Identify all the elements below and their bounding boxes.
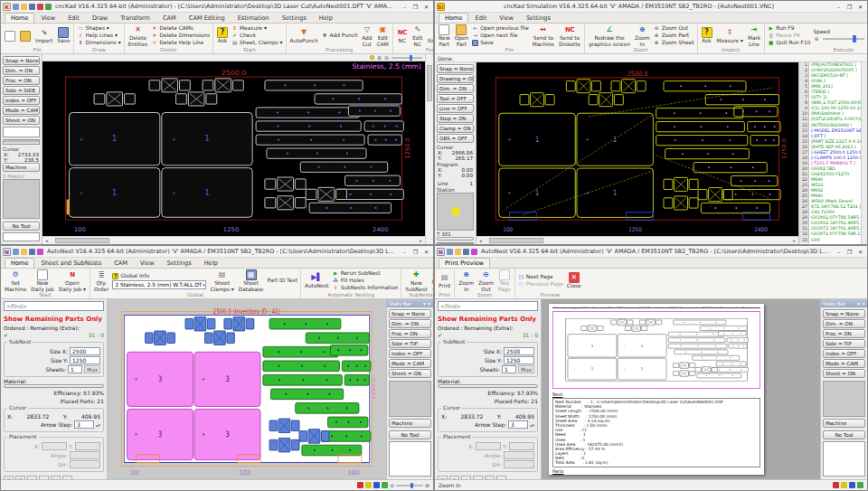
material-button[interactable]: 2. Stainless, 2.5 (mm) bbox=[438, 384, 538, 388]
status-toggle[interactable]: Line = OFF bbox=[437, 104, 474, 113]
measure-button[interactable]: ↕Measure ▾ bbox=[716, 27, 744, 43]
zoom-sheet-button[interactable]: ⊕Zoom Sheet bbox=[654, 40, 694, 46]
open-button[interactable] bbox=[19, 31, 32, 42]
status-toggle[interactable]: Index = OFF bbox=[823, 349, 865, 358]
zoom-in-button[interactable]: ⊕Zoom In bbox=[634, 24, 651, 46]
titlebar-autonest-preview[interactable]: N AutoNest V16.4.325 64-bit (Administrat… bbox=[435, 246, 867, 258]
zoom-part-button[interactable]: ⊕Zoom Part bbox=[654, 33, 694, 39]
mark-line-button[interactable]: ⇥Mark Line bbox=[747, 24, 761, 46]
vertical-scrollbar[interactable] bbox=[425, 54, 433, 244]
qty-order-button[interactable]: ≣Qty. Order bbox=[93, 269, 109, 291]
status-toggle[interactable]: Index = OFF bbox=[3, 96, 40, 105]
subnests-information-button[interactable]: iSubNests Information bbox=[333, 285, 399, 291]
status-toggle[interactable]: Dim. = ON bbox=[3, 66, 40, 75]
status-toggle[interactable]: Proc = ON bbox=[3, 76, 40, 85]
save-button[interactable]: Save bbox=[56, 27, 71, 43]
simulation-button[interactable]: S!Simulation bbox=[427, 27, 433, 43]
maximize-button[interactable]: ❐ bbox=[844, 2, 854, 11]
remaining-parts-warning[interactable]: Show Remaining Parts Only bbox=[438, 316, 538, 323]
arrow-step-field[interactable]: 3 bbox=[508, 420, 528, 429]
zoom-slider[interactable] bbox=[396, 485, 423, 486]
close-preview-button[interactable]: ✕Close bbox=[566, 272, 582, 288]
status-toggle[interactable]: Proc = ON bbox=[389, 329, 431, 338]
sheet-clamps-button[interactable]: ▤Sheet Clamps ▾ bbox=[209, 269, 234, 291]
nc-quick-icon[interactable] bbox=[37, 4, 43, 10]
status-toggle[interactable]: Side = TIP bbox=[823, 339, 865, 348]
ribbon-tab[interactable]: Estimation bbox=[231, 13, 276, 23]
arrow-step-spinner[interactable]: ▴▾ bbox=[96, 422, 100, 428]
close-button[interactable]: ✕ bbox=[421, 2, 431, 11]
new-icon[interactable] bbox=[447, 249, 453, 255]
dimensions-button[interactable]: ↕Dimensions ▾ bbox=[77, 40, 120, 46]
remaining-parts-warning[interactable]: Show Remaining Parts Only bbox=[4, 316, 104, 323]
tool-name[interactable]: F MARK01 T bbox=[437, 237, 474, 241]
sheet-database-button[interactable]: ▦Sheet Database bbox=[238, 269, 265, 291]
nest-canvas[interactable]: 1+1+1+1+2500.01250.0Stainless, 2.5 (mm)1… bbox=[42, 61, 425, 236]
zoom-out-icon[interactable]: ⊖ bbox=[384, 54, 389, 61]
status-toggle[interactable]: Sheet = ON bbox=[389, 369, 431, 378]
delete-help-line-button[interactable]: ✕Delete Help Line bbox=[151, 40, 210, 46]
status-toggle[interactable]: Drawing = OFF bbox=[437, 74, 474, 83]
fill-holes-button[interactable]: ⁂Fill Holes bbox=[333, 278, 399, 284]
speed-slider[interactable]: ⊖⊕ bbox=[813, 36, 867, 42]
zoom-out-icon[interactable]: ⊖ bbox=[390, 482, 394, 488]
speed-minus-icon[interactable]: ⊖ bbox=[813, 36, 819, 42]
send-to-diskette-button[interactable]: NCSend to Diskette bbox=[558, 24, 581, 46]
ask-button[interactable]: ?Ask bbox=[701, 27, 713, 43]
print-preview-area[interactable]: File: AutoNest001 Placed: 21 Efficiency:… bbox=[542, 299, 820, 479]
ribbon-tab[interactable]: Home bbox=[439, 13, 468, 23]
sheet-clamps-button[interactable]: ▤Sheet, Clamps ▾ bbox=[231, 40, 283, 46]
zoom-out-button[interactable]: ⊖Zoom Out bbox=[654, 25, 694, 32]
part-id-text-button[interactable]: Part ID Text bbox=[267, 278, 297, 284]
status-toggle[interactable]: Mode = CAM bbox=[3, 106, 40, 115]
max-button[interactable]: Max bbox=[518, 365, 534, 373]
status-toggle[interactable]: Side = SIDE bbox=[3, 86, 40, 95]
nest-canvas[interactable]: 1+1+1+1+2500.01250.010012502400 bbox=[476, 62, 798, 236]
add-cut-button[interactable]: ▽Add Cut bbox=[361, 24, 373, 46]
ribbon-tab[interactable]: CAM Editing bbox=[183, 13, 231, 23]
status-toggle[interactable]: Snap = None bbox=[3, 56, 40, 65]
status-icon-green[interactable] bbox=[857, 482, 863, 488]
new-subnest-button[interactable]: ✚New SubNest bbox=[404, 269, 428, 291]
run-button[interactable]: ▶Run F9 bbox=[768, 25, 810, 32]
material-combobox[interactable]: 2 Stainless, 2.5 (mm) W.T:ALL.DT bbox=[112, 280, 206, 289]
sheets-field[interactable]: 1 bbox=[502, 365, 516, 373]
nc-line[interactable]: 33 G00 bbox=[799, 238, 861, 243]
send-to-machine-button[interactable]: ↔Send to Machine bbox=[532, 24, 555, 46]
minimize-button[interactable]: – bbox=[834, 2, 844, 11]
edit-nc-button[interactable]: ✎Edit NC bbox=[411, 24, 424, 46]
status-toggle[interactable]: OBS = OFF bbox=[437, 134, 474, 143]
zoom-slider[interactable] bbox=[392, 57, 422, 59]
next-page-button[interactable]: ◳Next Page bbox=[518, 274, 563, 280]
rerun-subnest-button[interactable]: ▶Rerun SubNest bbox=[333, 270, 399, 277]
open-icon[interactable] bbox=[21, 249, 27, 255]
status-icon-blue[interactable] bbox=[849, 482, 855, 488]
ribbon-tab[interactable]: View bbox=[134, 258, 161, 268]
open-next-file-button[interactable]: →Open next file bbox=[472, 33, 529, 39]
input-box[interactable] bbox=[3, 127, 40, 137]
clear-subnest-icon[interactable]: ▧ bbox=[431, 278, 433, 284]
autopunch-button[interactable]: ▼AutoPunch bbox=[289, 27, 319, 43]
delete-entities-button[interactable]: ✕Delete Entities bbox=[127, 24, 149, 46]
maximize-button[interactable]: ❐ bbox=[410, 2, 420, 11]
two-page-button[interactable]: Two Page bbox=[497, 269, 512, 291]
machine-button[interactable]: Machine bbox=[3, 163, 40, 172]
ribbon-tab[interactable]: Edit bbox=[61, 13, 86, 23]
find-input[interactable]: <Find> bbox=[438, 301, 538, 311]
status-toggle[interactable]: Snap = None bbox=[437, 64, 474, 73]
ribbon-tab[interactable]: CAM bbox=[108, 258, 134, 268]
zoom-in-icon[interactable]: ⊕ bbox=[425, 482, 429, 488]
maximize-button[interactable]: ❐ bbox=[844, 247, 854, 256]
status-icon-red[interactable] bbox=[357, 482, 363, 488]
ribbon-tab[interactable]: Help bbox=[313, 13, 339, 23]
new-drawing-button[interactable] bbox=[4, 31, 16, 42]
titlebar-autonest[interactable]: N AutoNest V16.4.325 64-bit (Administrat… bbox=[1, 246, 433, 258]
stats-bar-close-icon[interactable]: ▾ ✕ bbox=[423, 301, 431, 307]
view-icon[interactable] bbox=[45, 4, 52, 10]
delete-subnest-icon[interactable]: ✕ bbox=[431, 270, 433, 277]
status-toggle[interactable]: Sheet = ON bbox=[3, 116, 40, 125]
nc-button[interactable]: NCNC bbox=[396, 27, 409, 43]
nc-code-listing[interactable]: 1 (PRJ\AUTONEST001 ) 2 (O\NY2622\6O5O05 … bbox=[799, 62, 861, 244]
size-y-field[interactable]: 1250 bbox=[504, 356, 534, 364]
nc-scrollbar[interactable] bbox=[861, 62, 867, 244]
